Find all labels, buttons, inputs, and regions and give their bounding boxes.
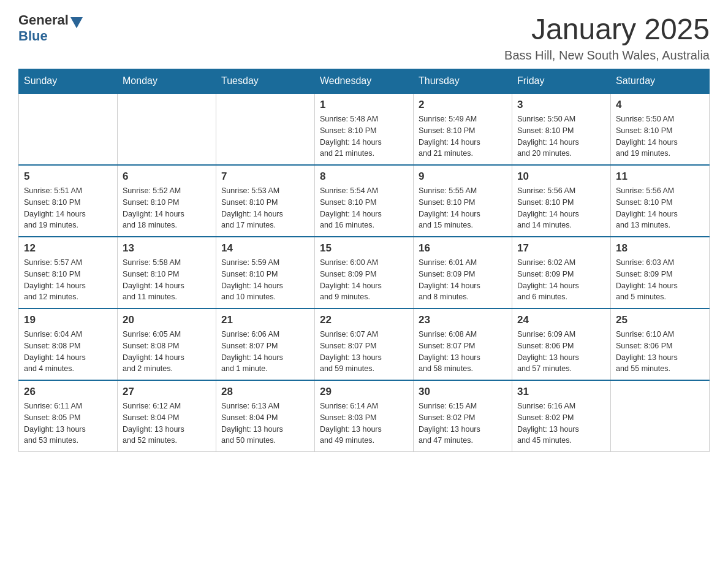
day-info: Sunrise: 6:14 AMSunset: 8:03 PMDaylight:… bbox=[320, 400, 408, 446]
calendar-cell: 27Sunrise: 6:12 AMSunset: 8:04 PMDayligh… bbox=[118, 380, 216, 452]
day-number: 29 bbox=[320, 386, 408, 398]
week-row-1: 1Sunrise: 5:48 AMSunset: 8:10 PMDaylight… bbox=[19, 93, 710, 165]
day-info: Sunrise: 5:53 AMSunset: 8:10 PMDaylight:… bbox=[221, 185, 309, 231]
calendar-cell: 13Sunrise: 5:58 AMSunset: 8:10 PMDayligh… bbox=[118, 237, 216, 308]
week-row-5: 26Sunrise: 6:11 AMSunset: 8:05 PMDayligh… bbox=[19, 380, 710, 452]
day-info: Sunrise: 6:00 AMSunset: 8:09 PMDaylight:… bbox=[320, 257, 408, 303]
day-number: 18 bbox=[616, 242, 704, 255]
day-number: 6 bbox=[123, 170, 211, 183]
day-number: 27 bbox=[123, 386, 211, 398]
day-info: Sunrise: 6:06 AMSunset: 8:07 PMDaylight:… bbox=[221, 329, 309, 375]
day-info: Sunrise: 6:07 AMSunset: 8:07 PMDaylight:… bbox=[320, 329, 408, 375]
calendar-cell: 11Sunrise: 5:56 AMSunset: 8:10 PMDayligh… bbox=[611, 165, 710, 237]
week-row-4: 19Sunrise: 6:04 AMSunset: 8:08 PMDayligh… bbox=[19, 308, 710, 380]
month-title: January 2025 bbox=[504, 12, 710, 46]
calendar-cell: 28Sunrise: 6:13 AMSunset: 8:04 PMDayligh… bbox=[216, 380, 315, 452]
page-header: General Blue January 2025 Bass Hill, New… bbox=[18, 12, 710, 63]
calendar-cell: 14Sunrise: 5:59 AMSunset: 8:10 PMDayligh… bbox=[216, 237, 315, 308]
day-info: Sunrise: 5:50 AMSunset: 8:10 PMDaylight:… bbox=[517, 113, 605, 159]
calendar-cell: 12Sunrise: 5:57 AMSunset: 8:10 PMDayligh… bbox=[19, 237, 118, 308]
day-number: 21 bbox=[221, 314, 309, 326]
calendar-cell: 9Sunrise: 5:55 AMSunset: 8:10 PMDaylight… bbox=[414, 165, 512, 237]
column-header-monday: Monday bbox=[118, 69, 216, 94]
calendar-cell: 24Sunrise: 6:09 AMSunset: 8:06 PMDayligh… bbox=[512, 308, 611, 380]
logo-blue-text: Blue bbox=[18, 28, 48, 44]
day-info: Sunrise: 6:12 AMSunset: 8:04 PMDaylight:… bbox=[123, 400, 211, 446]
day-number: 7 bbox=[221, 170, 309, 183]
day-number: 13 bbox=[123, 242, 211, 255]
day-number: 30 bbox=[419, 386, 507, 398]
day-info: Sunrise: 5:58 AMSunset: 8:10 PMDaylight:… bbox=[123, 257, 211, 303]
day-number: 16 bbox=[419, 242, 507, 255]
day-number: 25 bbox=[616, 314, 704, 326]
calendar-cell: 30Sunrise: 6:15 AMSunset: 8:02 PMDayligh… bbox=[414, 380, 512, 452]
calendar-cell: 3Sunrise: 5:50 AMSunset: 8:10 PMDaylight… bbox=[512, 93, 611, 165]
day-info: Sunrise: 6:10 AMSunset: 8:06 PMDaylight:… bbox=[616, 329, 704, 375]
column-header-tuesday: Tuesday bbox=[216, 69, 315, 94]
column-header-thursday: Thursday bbox=[414, 69, 512, 94]
calendar-cell: 7Sunrise: 5:53 AMSunset: 8:10 PMDaylight… bbox=[216, 165, 315, 237]
calendar-header-row: SundayMondayTuesdayWednesdayThursdayFrid… bbox=[19, 69, 710, 94]
day-number: 26 bbox=[24, 386, 112, 398]
calendar-table: SundayMondayTuesdayWednesdayThursdayFrid… bbox=[18, 69, 710, 452]
calendar-cell: 5Sunrise: 5:51 AMSunset: 8:10 PMDaylight… bbox=[19, 165, 118, 237]
calendar-cell: 26Sunrise: 6:11 AMSunset: 8:05 PMDayligh… bbox=[19, 380, 118, 452]
day-info: Sunrise: 6:08 AMSunset: 8:07 PMDaylight:… bbox=[419, 329, 507, 375]
day-number: 20 bbox=[123, 314, 211, 326]
calendar-cell: 23Sunrise: 6:08 AMSunset: 8:07 PMDayligh… bbox=[414, 308, 512, 380]
calendar-cell: 1Sunrise: 5:48 AMSunset: 8:10 PMDaylight… bbox=[315, 93, 414, 165]
calendar-cell bbox=[118, 93, 216, 165]
day-number: 11 bbox=[616, 170, 704, 183]
day-info: Sunrise: 6:15 AMSunset: 8:02 PMDaylight:… bbox=[419, 400, 507, 446]
day-info: Sunrise: 6:16 AMSunset: 8:02 PMDaylight:… bbox=[517, 400, 605, 446]
calendar-cell: 21Sunrise: 6:06 AMSunset: 8:07 PMDayligh… bbox=[216, 308, 315, 380]
calendar-cell: 4Sunrise: 5:50 AMSunset: 8:10 PMDaylight… bbox=[611, 93, 710, 165]
logo: General Blue bbox=[18, 12, 83, 44]
logo-triangle-icon bbox=[70, 17, 83, 28]
day-number: 22 bbox=[320, 314, 408, 326]
week-row-3: 12Sunrise: 5:57 AMSunset: 8:10 PMDayligh… bbox=[19, 237, 710, 308]
day-number: 31 bbox=[517, 386, 605, 398]
day-number: 19 bbox=[24, 314, 112, 326]
calendar-cell bbox=[216, 93, 315, 165]
day-info: Sunrise: 6:05 AMSunset: 8:08 PMDaylight:… bbox=[123, 329, 211, 375]
day-info: Sunrise: 6:04 AMSunset: 8:08 PMDaylight:… bbox=[24, 329, 112, 375]
calendar-cell: 6Sunrise: 5:52 AMSunset: 8:10 PMDaylight… bbox=[118, 165, 216, 237]
day-info: Sunrise: 5:56 AMSunset: 8:10 PMDaylight:… bbox=[517, 185, 605, 231]
column-header-sunday: Sunday bbox=[19, 69, 118, 94]
day-info: Sunrise: 5:48 AMSunset: 8:10 PMDaylight:… bbox=[320, 113, 408, 159]
day-info: Sunrise: 5:49 AMSunset: 8:10 PMDaylight:… bbox=[419, 113, 507, 159]
calendar-cell: 17Sunrise: 6:02 AMSunset: 8:09 PMDayligh… bbox=[512, 237, 611, 308]
calendar-cell bbox=[611, 380, 710, 452]
day-info: Sunrise: 5:51 AMSunset: 8:10 PMDaylight:… bbox=[24, 185, 112, 231]
day-number: 3 bbox=[517, 99, 605, 111]
day-info: Sunrise: 6:09 AMSunset: 8:06 PMDaylight:… bbox=[517, 329, 605, 375]
day-info: Sunrise: 6:02 AMSunset: 8:09 PMDaylight:… bbox=[517, 257, 605, 303]
calendar-cell: 18Sunrise: 6:03 AMSunset: 8:09 PMDayligh… bbox=[611, 237, 710, 308]
calendar-cell: 15Sunrise: 6:00 AMSunset: 8:09 PMDayligh… bbox=[315, 237, 414, 308]
day-number: 5 bbox=[24, 170, 112, 183]
column-header-friday: Friday bbox=[512, 69, 611, 94]
location-title: Bass Hill, New South Wales, Australia bbox=[504, 48, 710, 63]
week-row-2: 5Sunrise: 5:51 AMSunset: 8:10 PMDaylight… bbox=[19, 165, 710, 237]
day-info: Sunrise: 5:56 AMSunset: 8:10 PMDaylight:… bbox=[616, 185, 704, 231]
calendar-cell: 16Sunrise: 6:01 AMSunset: 8:09 PMDayligh… bbox=[414, 237, 512, 308]
day-number: 23 bbox=[419, 314, 507, 326]
day-number: 10 bbox=[517, 170, 605, 183]
calendar-cell: 31Sunrise: 6:16 AMSunset: 8:02 PMDayligh… bbox=[512, 380, 611, 452]
day-info: Sunrise: 5:52 AMSunset: 8:10 PMDaylight:… bbox=[123, 185, 211, 231]
calendar-cell: 20Sunrise: 6:05 AMSunset: 8:08 PMDayligh… bbox=[118, 308, 216, 380]
calendar-cell: 10Sunrise: 5:56 AMSunset: 8:10 PMDayligh… bbox=[512, 165, 611, 237]
day-info: Sunrise: 5:59 AMSunset: 8:10 PMDaylight:… bbox=[221, 257, 309, 303]
column-header-wednesday: Wednesday bbox=[315, 69, 414, 94]
day-number: 28 bbox=[221, 386, 309, 398]
calendar-cell: 25Sunrise: 6:10 AMSunset: 8:06 PMDayligh… bbox=[611, 308, 710, 380]
calendar-cell: 22Sunrise: 6:07 AMSunset: 8:07 PMDayligh… bbox=[315, 308, 414, 380]
logo-general-text: General bbox=[18, 12, 69, 28]
day-number: 17 bbox=[517, 242, 605, 255]
day-number: 9 bbox=[419, 170, 507, 183]
day-number: 24 bbox=[517, 314, 605, 326]
day-info: Sunrise: 6:13 AMSunset: 8:04 PMDaylight:… bbox=[221, 400, 309, 446]
day-number: 2 bbox=[419, 99, 507, 111]
column-header-saturday: Saturday bbox=[611, 69, 710, 94]
